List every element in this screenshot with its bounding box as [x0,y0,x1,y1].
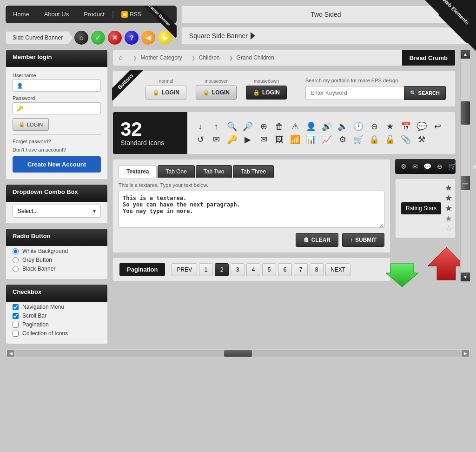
icon-chat[interactable]: 💬 [416,121,427,132]
pagination-prev[interactable]: PREV [172,263,197,276]
search-section: Search my portfolio for more EPS design.… [305,78,446,100]
rating-stars[interactable]: ★ ★ ★ ★ ☆ [445,183,453,234]
scroll-down-btn[interactable]: ▼ [461,273,470,281]
icon-clock[interactable]: 🕐 [353,121,364,132]
nav-product[interactable]: Product [76,6,112,23]
toolbar-minus-icon[interactable]: ⊖ [436,162,443,171]
radio-white-bg[interactable] [13,248,19,254]
icon-mail[interactable]: ✉ [211,134,222,145]
question-icon-btn[interactable]: ? [125,31,139,45]
icon-paperclip[interactable]: 📎 [400,134,411,145]
page-4[interactable]: 4 [246,263,260,276]
page-2[interactable]: 2 [215,263,229,276]
icon-rss[interactable]: 📶 [290,134,301,145]
submit-button[interactable]: ↑ SUBMIT [342,233,384,247]
icon-star[interactable]: ★ [384,121,396,132]
icon-minus[interactable]: ⊖ [369,121,380,132]
icon-tools[interactable]: ⚒ [416,134,427,145]
star-3[interactable]: ★ [445,204,453,213]
page-8[interactable]: 8 [310,263,324,276]
create-account-button[interactable]: Create New Account [13,156,101,173]
bottom-scroll-thumb[interactable] [224,350,252,357]
login-button[interactable]: 🔒 LOGIN [13,118,49,131]
scroll-left-btn[interactable]: ◀ [7,350,14,357]
star-2[interactable]: ★ [445,193,453,203]
search-button[interactable]: 🔍 SEARCH [404,86,446,100]
home-icon-btn[interactable]: ⌂ [74,31,88,45]
icon-cart[interactable]: 🛒 [353,134,364,145]
toolbar-play-icon[interactable]: ▶ [472,162,476,171]
toolbar-mail-icon[interactable]: ✉ [411,162,419,171]
page-6[interactable]: 6 [278,263,292,276]
icon-warning[interactable]: ⚠ [290,121,301,132]
scroll-right-btn[interactable]: ▶ [462,350,469,357]
dropdown-select[interactable]: Select...Option 1Option 2Option 3 [13,205,101,218]
radio-black-banner[interactable] [13,266,19,272]
icon-unlock[interactable]: 🔓 [384,134,396,145]
svg-marker-1 [428,247,465,280]
page-7[interactable]: 7 [294,263,308,276]
radio-grey-btn[interactable] [13,257,19,263]
icon-chart-line[interactable]: 📈 [321,134,332,145]
icon-calendar[interactable]: 📅 [400,121,411,132]
checkbox-pagination-input[interactable] [13,322,19,328]
toolbar-settings-icon[interactable]: ⚙ [400,162,408,171]
tab-two[interactable]: Tab Two [196,165,232,178]
login-normal-btn[interactable]: 🔒 LOGIN [145,86,186,100]
icon-chart-bar[interactable]: 📊 [305,134,317,145]
star-5[interactable]: ☆ [445,224,453,233]
checkbox-scroll-bar-input[interactable] [13,313,19,319]
radio-panel: Radio Button White Background Grey Butto… [6,228,108,279]
tab-one[interactable]: Tab One [158,165,194,178]
password-input[interactable] [26,105,97,112]
check-icon-btn[interactable]: ✓ [91,31,105,45]
icon-plus[interactable]: ⊕ [258,121,269,132]
svg-marker-0 [386,264,418,287]
login-mousedown-btn[interactable]: 🔒 LOGIN [246,86,287,100]
scroll-thumb[interactable] [461,101,470,125]
checkbox-nav-menu-input[interactable] [13,304,19,310]
main-textarea[interactable]: This is a textarea. So you can have the … [119,191,384,228]
icon-user[interactable]: 👤 [305,121,317,132]
close-icon-btn[interactable]: ✕ [108,31,122,45]
toolbar-cart-icon[interactable]: 🛒 [447,162,457,171]
forgot-password-link[interactable]: Forget pasword? [13,139,101,144]
two-sided-banner: Two Sided [181,6,470,23]
icon-upload[interactable]: ↑ [211,122,222,132]
icon-undo[interactable]: ↩ [432,121,443,132]
tab-three[interactable]: Tab Three [233,165,274,178]
icon-refresh[interactable]: ↺ [195,134,206,145]
icon-download[interactable]: ↓ [195,122,206,132]
nav-home[interactable]: Home [6,6,37,23]
icon-settings[interactable]: ⚙ [337,134,348,145]
search-input[interactable] [305,86,404,100]
clear-button[interactable]: 🗑 CLEAR [296,233,338,247]
icon-zoom-out[interactable]: 🔎 [242,121,253,132]
icon-image[interactable]: 🖼 [274,135,285,145]
icon-key[interactable]: 🔑 [226,134,238,145]
icon-volume-down[interactable]: 🔈 [337,121,348,132]
nav-about[interactable]: About Us [37,6,76,23]
page-3[interactable]: 3 [231,263,245,276]
login-mouseover-btn[interactable]: 🔒 LOGIN [196,86,237,100]
icon-trash[interactable]: 🗑 [274,122,285,132]
icon-envelope[interactable]: ✉ [258,134,269,145]
star-1[interactable]: ★ [445,183,453,193]
username-input[interactable] [26,82,97,89]
star-4-half[interactable]: ★ [445,214,453,223]
breadcrumb-home[interactable]: ⌂ [113,50,128,66]
tab-textarea[interactable]: Textarea [119,165,157,178]
pagination-next[interactable]: NEXT [325,263,350,276]
page-1[interactable]: 1 [199,263,213,276]
toolbar-chat-icon[interactable]: 💬 [423,162,432,171]
icon-lock[interactable]: 🔒 [369,134,380,145]
checkbox-icons-input[interactable] [13,331,19,337]
no-account-link[interactable]: Don't have an account? [13,147,101,153]
scroll-up-btn[interactable]: ▲ [461,50,470,59]
icon-volume-up[interactable]: 🔊 [321,121,332,132]
icon-zoom-in[interactable]: 🔍 [226,121,238,132]
icon-play[interactable]: ▶ [242,134,253,145]
scroll-thumb-middle[interactable] [461,176,470,190]
page-5[interactable]: 5 [262,263,276,276]
green-down-arrow-svg [386,250,418,287]
